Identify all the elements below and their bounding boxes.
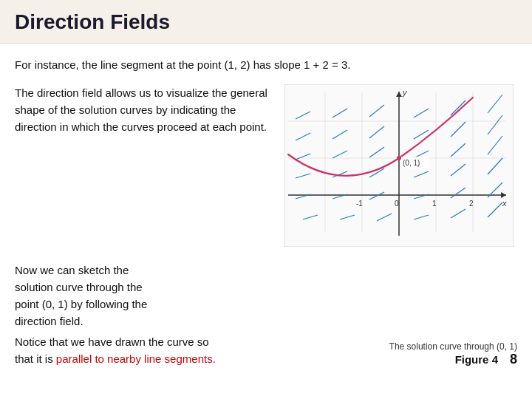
page-number: 8 xyxy=(510,352,517,367)
title-bar: Direction Fields xyxy=(0,0,532,44)
middle-section: The direction field allows us to visuali… xyxy=(15,84,517,247)
svg-text:2: 2 xyxy=(469,200,474,208)
notice-line1: Notice that we have drawn the curve so xyxy=(15,333,389,350)
svg-text:(0, 1): (0, 1) xyxy=(403,159,420,167)
bottom-left-text: Notice that we have drawn the curve so t… xyxy=(15,333,389,368)
content-area: For instance, the line segment at the po… xyxy=(0,44,532,262)
paragraph-3: Now we can sketch the solution curve thr… xyxy=(15,262,384,330)
notice-line2-start: that it is xyxy=(15,352,56,365)
notice-line2-highlight: parallel to nearby line segments. xyxy=(56,352,216,365)
svg-point-55 xyxy=(397,156,401,160)
fig-line: Figure 4 8 xyxy=(455,352,517,367)
chart-area: x y -1 0 1 2 xyxy=(282,84,517,247)
svg-text:0: 0 xyxy=(395,200,399,208)
svg-text:-1: -1 xyxy=(356,200,363,208)
paragraph-1: For instance, the line segment at the po… xyxy=(15,57,517,74)
svg-text:x: x xyxy=(502,199,507,208)
notice-line2: that it is parallel to nearby line segme… xyxy=(15,350,389,367)
slide: Direction Fields For instance, the line … xyxy=(0,0,532,399)
paragraph-2: The direction field allows us to visuali… xyxy=(15,84,274,247)
figure-label: Figure 4 xyxy=(455,353,498,366)
figure-caption: The solution curve through (0, 1) xyxy=(389,341,517,352)
direction-field-chart: x y -1 0 1 2 xyxy=(284,84,514,247)
svg-text:1: 1 xyxy=(432,200,437,208)
slide-title: Direction Fields xyxy=(15,10,517,34)
bottom-right: The solution curve through (0, 1) Figure… xyxy=(389,341,517,367)
bottom-row: Notice that we have drawn the curve so t… xyxy=(0,333,532,375)
lower-section: Now we can sketch the solution curve thr… xyxy=(0,262,532,330)
lower-row: Now we can sketch the solution curve thr… xyxy=(15,262,517,330)
